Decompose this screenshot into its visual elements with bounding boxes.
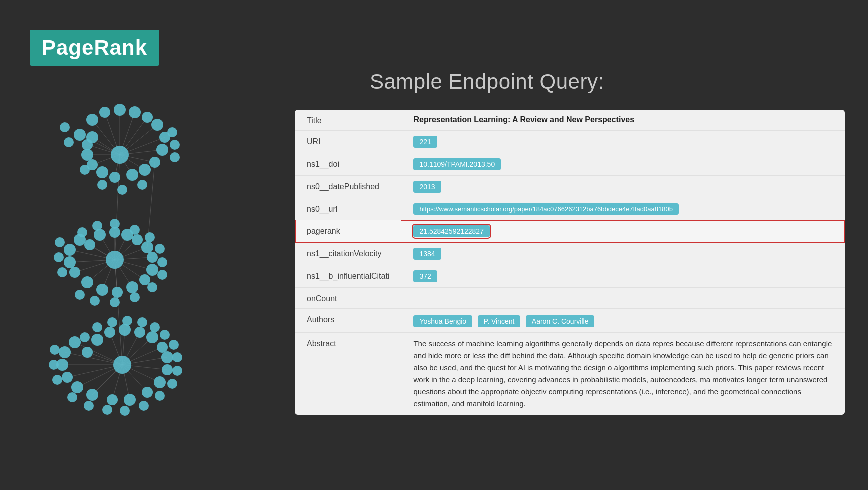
- svg-point-154: [138, 318, 148, 328]
- table-row-citation-velocity: ns1__citationVelocity 1384: [295, 243, 845, 266]
- badge-author-2: P. Vincent: [478, 316, 521, 328]
- svg-point-110: [148, 282, 158, 292]
- table-row-doi: ns1__doi 10.1109/TPAMI.2013.50: [295, 154, 845, 176]
- field-value-url: https://www.semanticscholar.org/paper/18…: [402, 198, 845, 220]
- svg-point-124: [86, 389, 98, 401]
- svg-point-77: [64, 138, 74, 148]
- svg-point-100: [94, 229, 106, 241]
- svg-point-153: [150, 322, 160, 332]
- table-row-influential: ns1__b_influentialCitati 372: [295, 266, 845, 288]
- field-label-doi: ns1__doi: [295, 154, 402, 176]
- field-value-influential: 372: [402, 266, 845, 288]
- svg-point-108: [110, 298, 120, 308]
- svg-point-156: [108, 318, 118, 328]
- svg-point-58: [86, 114, 98, 126]
- query-table: Title Representation Learning: A Review …: [295, 110, 845, 415]
- field-label-pagerank: pagerank: [295, 220, 402, 243]
- svg-point-101: [84, 240, 96, 250]
- heading-text: Sample Endpoint Query:: [370, 70, 604, 94]
- svg-point-89: [82, 276, 94, 288]
- svg-point-150: [172, 352, 182, 362]
- svg-point-87: [64, 256, 76, 268]
- svg-point-94: [146, 264, 158, 276]
- svg-point-131: [157, 342, 168, 353]
- badge-influential: 372: [414, 270, 437, 282]
- svg-point-118: [78, 228, 88, 238]
- nodes: [49, 104, 182, 416]
- svg-point-152: [160, 330, 170, 340]
- field-value-date: 2013: [402, 176, 845, 198]
- svg-point-66: [150, 157, 160, 168]
- badge-url: https://www.semanticscholar.org/paper/18…: [414, 204, 678, 215]
- field-label-influential: ns1__b_influentialCitati: [295, 266, 402, 288]
- field-value-authors: Yoshua Bengio P. Vincent Aaron C. Courvi…: [402, 309, 845, 333]
- svg-point-107: [90, 296, 100, 306]
- svg-point-113: [155, 244, 165, 254]
- svg-point-62: [142, 112, 153, 123]
- svg-point-112: [158, 258, 168, 268]
- table-row-abstract: Abstract The success of machine learning…: [295, 333, 845, 416]
- field-value-citation-velocity: 1384: [402, 243, 845, 266]
- svg-point-158: [80, 332, 90, 342]
- svg-point-95: [147, 252, 158, 263]
- field-label-url: ns0__url: [295, 198, 402, 220]
- svg-point-88: [70, 267, 80, 278]
- svg-point-91: [112, 287, 123, 298]
- svg-point-143: [84, 401, 94, 411]
- svg-point-90: [96, 284, 108, 296]
- table-row-pagerank: pagerank 21.52842592122827: [295, 220, 845, 243]
- field-value-uri: 221: [402, 131, 845, 154]
- svg-point-78: [168, 128, 178, 138]
- svg-point-145: [120, 406, 130, 416]
- svg-point-151: [169, 340, 179, 350]
- badge-author-3: Aaron C. Courville: [526, 316, 595, 328]
- field-value-title: Representation Learning: A Review and Ne…: [402, 110, 845, 131]
- badge-doi: 10.1109/TPAMI.2013.50: [414, 158, 501, 170]
- table-row-authors: Authors Yoshua Bengio P. Vincent Aaron C…: [295, 309, 845, 333]
- svg-point-148: [168, 379, 178, 389]
- svg-point-86: [64, 244, 76, 256]
- svg-point-74: [86, 132, 98, 144]
- svg-point-63: [152, 119, 164, 131]
- svg-point-65: [156, 144, 168, 156]
- badge-author-1: Yoshua Bengio: [414, 316, 472, 328]
- svg-point-141: [52, 375, 62, 385]
- field-value-oncount: [402, 288, 845, 309]
- svg-point-96: [142, 242, 154, 254]
- pagerank-logo-text: PageRank: [42, 36, 148, 60]
- svg-point-122: [62, 372, 73, 383]
- svg-point-97: [132, 234, 143, 246]
- svg-point-92: [126, 282, 138, 294]
- svg-point-75: [111, 146, 129, 164]
- svg-point-157: [92, 322, 102, 332]
- field-label-oncount: onCount: [295, 288, 402, 309]
- badge-citation-velocity: 1384: [414, 248, 441, 260]
- svg-point-132: [146, 332, 158, 344]
- table-row-title: Title Representation Learning: A Review …: [295, 110, 845, 131]
- svg-point-59: [100, 107, 110, 118]
- svg-point-127: [142, 387, 153, 398]
- badge-date: 2013: [414, 181, 441, 193]
- svg-point-102: [106, 251, 124, 269]
- svg-point-104: [54, 252, 64, 262]
- svg-point-72: [82, 149, 94, 161]
- svg-point-83: [98, 180, 108, 190]
- badge-uri: 221: [414, 136, 437, 148]
- svg-point-140: [49, 360, 59, 370]
- svg-point-115: [130, 225, 140, 235]
- svg-point-57: [74, 129, 86, 141]
- pagerank-logo: PageRank: [30, 30, 160, 66]
- svg-point-61: [129, 106, 141, 118]
- svg-point-68: [126, 169, 138, 181]
- table-row-uri: URI 221: [295, 131, 845, 154]
- svg-point-128: [154, 376, 166, 388]
- svg-point-79: [170, 140, 180, 150]
- table-row-url: ns0__url https://www.semanticscholar.org…: [295, 198, 845, 220]
- svg-point-105: [58, 268, 68, 278]
- svg-point-119: [69, 336, 81, 348]
- section-heading: Sample Endpoint Query:: [370, 70, 604, 94]
- svg-point-144: [102, 405, 112, 415]
- svg-point-139: [50, 345, 60, 355]
- network-graph: [15, 65, 295, 465]
- badge-pagerank: 21.52842592122827: [414, 226, 490, 238]
